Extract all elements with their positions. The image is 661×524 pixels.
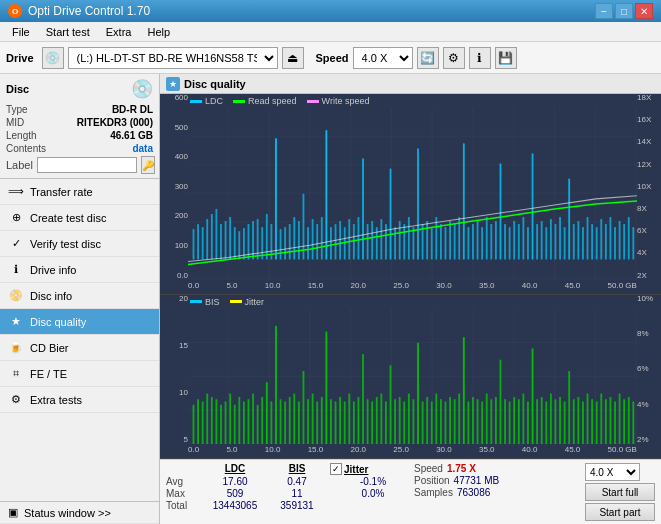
- disc-label-btn[interactable]: 🔑: [141, 156, 155, 174]
- sidebar-item-fe-te[interactable]: ⌗FE / TE: [0, 361, 159, 387]
- drive-select[interactable]: (L:) HL-DT-ST BD-RE WH16NS58 TST4: [68, 47, 278, 69]
- svg-rect-68: [500, 164, 502, 260]
- svg-rect-188: [600, 393, 602, 444]
- svg-rect-192: [619, 393, 621, 444]
- disc-length-value: 46.61 GB: [110, 130, 153, 141]
- svg-rect-5: [211, 214, 213, 259]
- sidebar-item-disc-info[interactable]: 📀Disc info: [0, 283, 159, 309]
- svg-rect-72: [518, 224, 520, 259]
- max-ldc: 509: [206, 488, 264, 499]
- svg-rect-70: [509, 227, 511, 259]
- speed-dropdown[interactable]: 4.0 X: [585, 463, 640, 481]
- svg-rect-75: [532, 153, 534, 259]
- svg-rect-158: [463, 337, 465, 444]
- svg-rect-90: [600, 219, 602, 259]
- status-window-icon: ▣: [8, 506, 18, 519]
- disc-label-row: Label 🔑: [6, 156, 153, 174]
- info-btn[interactable]: ℹ: [469, 47, 491, 69]
- sidebar-item-create-test-disc[interactable]: ⊕Create test disc: [0, 205, 159, 231]
- sidebar-item-verify-test-disc[interactable]: ✓Verify test disc: [0, 231, 159, 257]
- svg-rect-143: [394, 399, 396, 444]
- ldc-bis-stats: LDC BIS ✓ Jitter Avg 17.60 0.47 -0.1%: [166, 463, 398, 511]
- menu-start-test[interactable]: Start test: [38, 24, 98, 40]
- svg-rect-176: [545, 401, 547, 444]
- svg-rect-164: [490, 399, 492, 444]
- svg-rect-36: [353, 224, 355, 259]
- disc-length-label: Length: [6, 130, 37, 141]
- start-part-button[interactable]: Start part: [585, 503, 655, 521]
- bottom-chart-y-right: 10% 8% 6% 4% 2%: [637, 295, 661, 444]
- legend-bis: BIS: [190, 297, 220, 307]
- sidebar: Disc 💿 Type BD-R DL MID RITEKDR3 (000) L…: [0, 74, 160, 524]
- svg-rect-27: [312, 219, 314, 259]
- disc-type-value: BD-R DL: [112, 104, 153, 115]
- svg-rect-122: [298, 401, 300, 444]
- sidebar-item-extra-tests[interactable]: ⚙Extra tests: [0, 387, 159, 413]
- jitter-checkbox[interactable]: ✓: [330, 463, 342, 475]
- speed-label: Speed: [316, 52, 349, 64]
- disc-label-input[interactable]: [37, 157, 137, 173]
- svg-rect-1: [193, 229, 195, 259]
- max-bis: 11: [272, 488, 322, 499]
- maximize-button[interactable]: □: [615, 3, 633, 19]
- svg-rect-83: [568, 179, 570, 260]
- speed-stat-value: 1.75 X: [447, 463, 476, 474]
- window-title: Opti Drive Control 1.70: [28, 4, 150, 18]
- svg-rect-95: [623, 224, 625, 259]
- svg-rect-177: [550, 393, 552, 444]
- disc-length-row: Length 46.61 GB: [6, 130, 153, 141]
- bottom-chart-x-axis: 0.0 5.0 10.0 15.0 20.0 25.0 30.0 35.0 40…: [188, 446, 637, 458]
- settings-btn[interactable]: ⚙: [443, 47, 465, 69]
- svg-rect-166: [500, 359, 502, 444]
- svg-rect-54: [435, 217, 437, 259]
- start-full-button[interactable]: Start full: [585, 483, 655, 501]
- menu-extra[interactable]: Extra: [98, 24, 140, 40]
- svg-rect-175: [541, 397, 543, 444]
- svg-rect-77: [541, 221, 543, 259]
- bottom-chart-svg: [188, 309, 637, 444]
- drive-icon-btn[interactable]: 💿: [42, 47, 64, 69]
- svg-rect-53: [431, 227, 433, 259]
- svg-rect-121: [293, 393, 295, 444]
- save-btn[interactable]: 💾: [495, 47, 517, 69]
- svg-rect-137: [367, 399, 369, 444]
- svg-rect-39: [367, 224, 369, 259]
- svg-rect-190: [610, 397, 612, 444]
- close-button[interactable]: ✕: [635, 3, 653, 19]
- main-layout: Disc 💿 Type BD-R DL MID RITEKDR3 (000) L…: [0, 74, 661, 524]
- svg-rect-183: [577, 397, 579, 444]
- svg-rect-106: [225, 401, 227, 444]
- menu-help[interactable]: Help: [139, 24, 178, 40]
- speed-select[interactable]: 4.0 X: [353, 47, 413, 69]
- svg-rect-38: [362, 158, 364, 259]
- svg-rect-160: [472, 397, 474, 444]
- sidebar-item-cd-bier[interactable]: 🍺CD Bier: [0, 335, 159, 361]
- menu-file[interactable]: File: [4, 24, 38, 40]
- svg-rect-43: [385, 224, 387, 259]
- refresh-btn[interactable]: 🔄: [417, 47, 439, 69]
- disc-quality-header: ★ Disc quality: [160, 74, 661, 94]
- svg-rect-82: [564, 227, 566, 259]
- svg-rect-157: [458, 393, 460, 444]
- svg-rect-149: [422, 401, 424, 444]
- svg-rect-78: [545, 227, 547, 259]
- svg-rect-6: [215, 209, 217, 259]
- sidebar-item-transfer-rate[interactable]: ⟹Transfer rate: [0, 179, 159, 205]
- svg-rect-112: [252, 393, 254, 444]
- svg-rect-33: [339, 221, 341, 259]
- status-window-button[interactable]: ▣ Status window >>: [0, 502, 159, 524]
- max-jitter: 0.0%: [348, 488, 398, 499]
- eject-btn[interactable]: ⏏: [282, 47, 304, 69]
- ldc-header: LDC: [206, 463, 264, 475]
- svg-rect-126: [316, 401, 318, 444]
- minimize-button[interactable]: −: [595, 3, 613, 19]
- sidebar-item-disc-quality[interactable]: ★Disc quality: [0, 309, 159, 335]
- svg-rect-64: [481, 227, 483, 259]
- menu-bar: File Start test Extra Help: [0, 22, 661, 42]
- stats-avg-row: Avg 17.60 0.47 -0.1%: [166, 476, 398, 487]
- stats-headers: LDC BIS ✓ Jitter: [166, 463, 398, 475]
- svg-rect-80: [555, 224, 557, 259]
- svg-rect-163: [486, 393, 488, 444]
- sidebar-item-drive-info[interactable]: ℹDrive info: [0, 257, 159, 283]
- position-stat-value: 47731 MB: [454, 475, 500, 486]
